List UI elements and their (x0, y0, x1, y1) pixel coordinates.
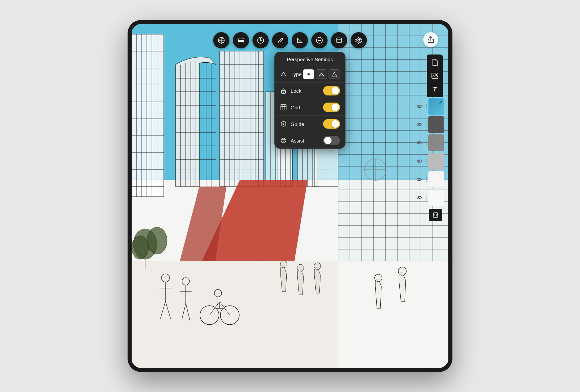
layer-row-5 (415, 170, 444, 189)
tool-remove[interactable] (311, 32, 328, 48)
svg-point-181 (283, 142, 284, 143)
layer-6-thumbnail[interactable] (428, 189, 444, 206)
tool-import[interactable] (331, 32, 347, 48)
svg-point-187 (419, 160, 420, 162)
svg-point-122 (375, 274, 382, 282)
share-button[interactable] (423, 32, 438, 47)
svg-point-168 (283, 92, 284, 93)
svg-point-174 (281, 122, 286, 126)
guide-label: Guide (291, 121, 323, 127)
layer-tool-page[interactable] (428, 56, 442, 69)
grid-icon (280, 104, 287, 111)
layer-5-thumbnail[interactable] (428, 171, 444, 188)
guide-icon (280, 120, 287, 128)
layer-5-visibility[interactable] (415, 170, 424, 189)
svg-point-106 (182, 278, 189, 285)
layer-row-2 (415, 115, 444, 134)
layer-1-thumbnail[interactable]: ↗ (428, 98, 444, 115)
svg-point-120 (297, 264, 304, 271)
svg-point-183 (436, 74, 437, 75)
tool-grid[interactable] (233, 32, 249, 48)
svg-point-175 (283, 123, 284, 125)
lock-toggle[interactable] (323, 86, 340, 95)
canvas-area: Perspective Settings Type (132, 24, 448, 368)
type-selector (303, 69, 340, 79)
svg-rect-9 (132, 34, 164, 197)
type-2point-btn[interactable] (316, 69, 327, 79)
svg-point-184 (419, 106, 420, 107)
tool-angle[interactable] (292, 32, 308, 48)
svg-point-164 (334, 72, 335, 73)
svg-line-146 (261, 40, 262, 41)
svg-point-121 (314, 263, 321, 269)
lock-label: Lock (291, 88, 323, 94)
layer-5-dots[interactable] (424, 170, 428, 189)
layer-1-dots[interactable] (424, 97, 428, 115)
svg-line-161 (332, 72, 334, 76)
layer-1-visibility[interactable] (415, 97, 424, 115)
svg-rect-169 (281, 105, 286, 110)
tool-clock[interactable] (252, 32, 269, 48)
assist-toggle[interactable] (323, 136, 340, 145)
svg-rect-150 (337, 38, 341, 43)
layer-2-visibility[interactable] (415, 115, 424, 134)
svg-line-147 (281, 39, 282, 40)
assist-icon (280, 137, 287, 144)
svg-point-125 (147, 227, 167, 254)
svg-point-186 (419, 142, 420, 144)
layer-6-dots[interactable] (424, 189, 428, 207)
layer-tool-image[interactable] (428, 69, 442, 82)
layer-2-dots[interactable] (424, 115, 428, 134)
panel-title: Perspective Settings (274, 52, 345, 66)
grid-label: Grid (291, 105, 323, 110)
perspective-settings-panel: Perspective Settings Type (274, 52, 345, 149)
svg-point-119 (280, 261, 287, 268)
trash-button[interactable] (429, 209, 442, 221)
grid-toggle[interactable] (323, 103, 340, 112)
type-3point-btn[interactable] (329, 69, 340, 79)
svg-rect-154 (308, 73, 310, 75)
tool-perspective[interactable] (213, 32, 229, 48)
panel-row-lock: Lock (274, 83, 345, 99)
layer-3-dots[interactable] (424, 134, 428, 152)
guide-toggle[interactable] (323, 119, 340, 129)
type-label: Type (291, 71, 303, 77)
panel-row-assist: Assist (274, 132, 345, 149)
trash-container (427, 207, 444, 221)
svg-point-117 (214, 289, 222, 297)
layer-6-visibility[interactable] (415, 189, 424, 207)
layer-row-6 (415, 189, 444, 207)
svg-point-126 (132, 236, 149, 259)
layer-row-3 (415, 134, 444, 152)
svg-line-155 (319, 73, 321, 76)
tool-pencil[interactable] (272, 32, 288, 48)
layer-row-4 (415, 152, 444, 170)
toolbar (213, 32, 367, 48)
svg-point-185 (419, 124, 420, 126)
svg-point-101 (161, 274, 170, 282)
layer-3-thumbnail[interactable] (428, 134, 444, 151)
svg-point-153 (358, 39, 360, 41)
layer-3-visibility[interactable] (415, 134, 424, 152)
layer-row-1: ↗ (415, 97, 444, 115)
panel-row-type: Type (274, 66, 345, 83)
svg-point-189 (419, 197, 420, 199)
svg-line-156 (321, 73, 324, 76)
panel-row-guide: Guide (274, 116, 345, 132)
svg-point-158 (321, 73, 322, 74)
layer-tool-text[interactable]: T (428, 83, 442, 96)
layer-4-thumbnail[interactable] (428, 153, 444, 170)
svg-point-188 (419, 179, 420, 180)
layer-4-dots[interactable] (424, 152, 428, 170)
layer-2-thumbnail[interactable] (428, 116, 444, 133)
type-1point-btn[interactable] (303, 69, 314, 79)
assist-label: Assist (291, 138, 323, 144)
tool-settings[interactable] (351, 32, 367, 48)
panel-row-grid: Grid (274, 99, 345, 116)
layer-4-visibility[interactable] (415, 152, 424, 170)
device-frame: Perspective Settings Type (128, 20, 452, 372)
svg-line-162 (334, 72, 337, 76)
perspective-type-icon (280, 70, 287, 78)
lock-icon (280, 87, 287, 94)
svg-point-123 (398, 267, 406, 275)
